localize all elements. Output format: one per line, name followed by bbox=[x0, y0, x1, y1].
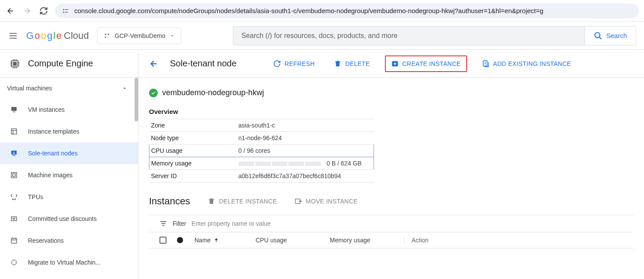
committed-use-icon: % bbox=[10, 214, 18, 223]
action-bar: Sole-tenant node REFRESH DELETE CREATE I… bbox=[138, 50, 644, 78]
status-column-icon bbox=[177, 237, 186, 243]
column-memory-usage[interactable]: Memory usage bbox=[330, 237, 395, 244]
svg-point-7 bbox=[105, 34, 106, 35]
vm-instances-icon bbox=[10, 105, 18, 114]
column-action: Action bbox=[404, 237, 623, 244]
overview-table: Zone asia-south1-c Node type n1-node-96-… bbox=[149, 119, 374, 183]
node-type-value: n1-node-96-624 bbox=[237, 132, 374, 145]
scrollbar[interactable] bbox=[135, 78, 138, 121]
delete-icon bbox=[334, 60, 342, 68]
create-instance-icon bbox=[391, 60, 399, 68]
column-cpu-usage[interactable]: CPU usage bbox=[256, 237, 321, 244]
sidebar-section-vm[interactable]: Virtual machines bbox=[0, 78, 138, 99]
migrate-icon bbox=[10, 258, 18, 267]
sole-tenant-icon bbox=[10, 149, 18, 158]
search-container: Search (/) for resources, docs, products… bbox=[233, 26, 636, 45]
tpus-icon bbox=[10, 193, 18, 201]
reservations-icon bbox=[10, 236, 18, 245]
memory-bar bbox=[239, 162, 321, 166]
search-icon bbox=[594, 31, 602, 40]
sidebar-item-vm-instances[interactable]: VM instances bbox=[0, 99, 138, 121]
node-name-row: vembudemo-nodegroup-hkwj bbox=[149, 88, 634, 97]
svg-rect-1 bbox=[65, 9, 69, 10]
zone-value: asia-south1-c bbox=[237, 119, 374, 132]
sidebar-item-instance-templates[interactable]: Instance templates bbox=[0, 121, 138, 142]
svg-rect-4 bbox=[10, 33, 17, 34]
add-existing-instance-button[interactable]: ADD EXISTING INSTANCE bbox=[478, 57, 576, 70]
sidebar: Compute Engine Virtual machines VM insta… bbox=[0, 50, 138, 279]
svg-text:%: % bbox=[12, 217, 15, 220]
refresh-button[interactable]: REFRESH bbox=[269, 57, 319, 70]
sidebar-item-migrate[interactable]: Migrate to Virtual Machin... bbox=[0, 251, 138, 273]
chevron-up-icon bbox=[121, 85, 128, 91]
svg-rect-13 bbox=[11, 107, 17, 111]
create-instance-button[interactable]: CREATE INSTANCE bbox=[385, 55, 467, 72]
svg-rect-23 bbox=[11, 238, 17, 243]
filter-input[interactable]: Enter property name or value bbox=[191, 220, 270, 227]
svg-rect-6 bbox=[10, 38, 17, 38]
column-name[interactable]: Name bbox=[194, 237, 247, 244]
move-instance-icon bbox=[294, 197, 302, 205]
svg-rect-20 bbox=[13, 174, 15, 176]
search-input[interactable]: Search (/) for resources, docs, products… bbox=[233, 26, 585, 45]
svg-point-10 bbox=[595, 32, 600, 38]
move-instance-button[interactable]: MOVE INSTANCE bbox=[294, 197, 358, 205]
zone-label: Zone bbox=[149, 119, 237, 132]
gcp-header: Google Cloud GCP-VembuDemo Search (/) fo… bbox=[0, 22, 644, 50]
svg-rect-3 bbox=[65, 12, 69, 13]
back-arrow-icon[interactable] bbox=[5, 6, 16, 16]
sidebar-item-machine-images[interactable]: Machine images bbox=[0, 164, 138, 186]
cpu-usage-label: CPU usage bbox=[149, 145, 237, 157]
filter-label: Filter bbox=[173, 220, 186, 227]
svg-rect-19 bbox=[11, 172, 17, 178]
site-info-icon[interactable] bbox=[61, 7, 70, 15]
status-check-icon bbox=[149, 89, 158, 97]
cpu-usage-value: 0 / 96 cores bbox=[237, 145, 374, 157]
search-button[interactable]: Search bbox=[585, 26, 636, 45]
select-all-checkbox[interactable] bbox=[159, 237, 168, 244]
instances-title: Instances bbox=[149, 196, 190, 207]
back-button[interactable] bbox=[149, 59, 159, 69]
sidebar-item-sole-tenant-nodes[interactable]: Sole-tenant nodes bbox=[0, 142, 138, 164]
svg-point-9 bbox=[105, 36, 106, 38]
delete-instance-icon bbox=[208, 197, 215, 205]
memory-usage-value: 0 B / 624 GB bbox=[237, 157, 374, 170]
svg-rect-15 bbox=[11, 129, 17, 134]
delete-button[interactable]: DELETE bbox=[329, 57, 374, 70]
sidebar-item-committed-use[interactable]: % Committed use discounts bbox=[0, 208, 138, 230]
instances-header: Instances DELETE INSTANCE MOVE INSTANCE bbox=[149, 196, 634, 207]
svg-rect-14 bbox=[13, 112, 15, 113]
sidebar-title[interactable]: Compute Engine bbox=[0, 50, 138, 78]
refresh-icon bbox=[273, 60, 281, 68]
svg-rect-18 bbox=[13, 155, 15, 156]
browser-bar: console.cloud.google.com/compute/nodeGro… bbox=[0, 0, 644, 22]
filter-icon bbox=[159, 220, 167, 227]
chevron-down-icon bbox=[170, 33, 175, 38]
server-id-value: a0b12ef6d6f3c7a37a07becf6c810b94 bbox=[237, 170, 374, 183]
url-bar[interactable]: console.cloud.google.com/compute/nodeGro… bbox=[55, 3, 639, 18]
svg-rect-30 bbox=[163, 225, 165, 226]
hamburger-icon[interactable] bbox=[8, 31, 18, 41]
overview-heading: Overview bbox=[149, 108, 634, 115]
svg-rect-24 bbox=[12, 261, 16, 265]
reload-icon[interactable] bbox=[38, 6, 49, 16]
delete-instance-button[interactable]: DELETE INSTANCE bbox=[208, 197, 277, 205]
node-name: vembudemo-nodegroup-hkwj bbox=[162, 88, 264, 97]
project-dots-icon bbox=[104, 32, 111, 39]
add-existing-icon bbox=[482, 60, 490, 68]
google-cloud-logo[interactable]: Google Cloud bbox=[26, 30, 89, 41]
project-selector[interactable]: GCP-VembuDemo bbox=[97, 28, 182, 44]
server-id-label: Server ID bbox=[149, 170, 237, 183]
memory-usage-label: Memory usage bbox=[149, 157, 237, 170]
sidebar-item-reservations[interactable]: Reservations bbox=[0, 230, 138, 251]
forward-arrow-icon[interactable] bbox=[22, 6, 32, 16]
svg-point-8 bbox=[107, 34, 109, 35]
svg-point-17 bbox=[14, 152, 15, 153]
url-text: console.cloud.google.com/compute/nodeGro… bbox=[74, 7, 544, 14]
svg-rect-5 bbox=[10, 35, 17, 36]
svg-rect-12 bbox=[14, 62, 17, 65]
sort-asc-icon bbox=[213, 237, 219, 243]
svg-point-0 bbox=[63, 9, 64, 10]
filter-row: Filter Enter property name or value bbox=[149, 215, 634, 232]
sidebar-item-tpus[interactable]: TPUs bbox=[0, 186, 138, 208]
